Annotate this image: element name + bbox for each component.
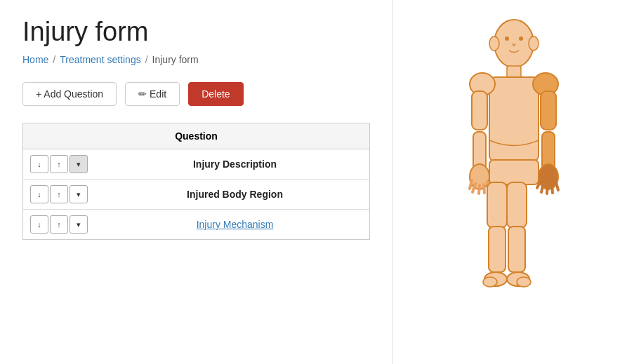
- table-row: ↓ ↑ ▾ Injury Description: [23, 149, 370, 180]
- question-name-0: Injury Description: [100, 149, 370, 180]
- breadcrumb-home[interactable]: Home: [22, 54, 48, 65]
- svg-point-0: [494, 20, 534, 67]
- body-figure: [437, 14, 591, 351]
- move-down-button-1[interactable]: ↓: [30, 185, 48, 203]
- svg-point-31: [517, 277, 531, 287]
- svg-line-22: [479, 185, 480, 194]
- chevron-button-0[interactable]: ▾: [70, 155, 88, 173]
- table-row: ↓ ↑ ▾ Injury Mechanism: [23, 210, 370, 240]
- page-title: Injury form: [22, 17, 370, 47]
- svg-rect-29: [489, 227, 506, 272]
- row-controls-0: ↓ ↑ ▾: [30, 155, 93, 173]
- right-panel: [393, 0, 634, 364]
- svg-rect-8: [541, 91, 556, 130]
- move-up-button-2[interactable]: ↑: [50, 215, 68, 234]
- left-panel: Injury form Home / Treatment settings / …: [0, 0, 393, 364]
- breadcrumb: Home / Treatment settings / Injury form: [22, 54, 370, 65]
- svg-line-15: [556, 182, 558, 190]
- svg-rect-27: [487, 182, 507, 228]
- svg-rect-17: [472, 91, 487, 130]
- breadcrumb-sep-2: /: [145, 54, 148, 65]
- svg-point-33: [483, 277, 497, 287]
- question-name-1: Injured Body Region: [100, 180, 370, 210]
- svg-rect-26: [507, 182, 527, 228]
- svg-rect-6: [489, 77, 539, 161]
- breadcrumb-sep-1: /: [53, 54, 55, 65]
- svg-line-23: [484, 184, 484, 193]
- add-question-button[interactable]: + Add Question: [22, 82, 117, 106]
- table-row: ↓ ↑ ▾ Injured Body Region: [23, 180, 370, 210]
- breadcrumb-treatment[interactable]: Treatment settings: [60, 54, 140, 65]
- question-table: Question ↓ ↑ ▾ Injury Description ↓ ↑ ▾ …: [22, 123, 370, 240]
- breadcrumb-current: Injury form: [152, 54, 199, 65]
- svg-point-4: [529, 36, 539, 50]
- edit-button[interactable]: ✏ Edit: [125, 82, 180, 106]
- question-name-2[interactable]: Injury Mechanism: [100, 210, 370, 240]
- chevron-button-2[interactable]: ▾: [70, 215, 88, 234]
- svg-rect-25: [489, 160, 539, 184]
- row-controls-1: ↓ ↑ ▾: [30, 185, 93, 203]
- svg-point-3: [489, 36, 499, 50]
- row-controls-2: ↓ ↑ ▾: [30, 215, 93, 234]
- table-header-question: Question: [23, 123, 370, 149]
- chevron-button-1[interactable]: ▾: [70, 185, 88, 203]
- move-down-button-0[interactable]: ↓: [30, 155, 48, 173]
- svg-line-14: [552, 184, 553, 193]
- svg-rect-28: [508, 227, 525, 272]
- move-down-button-2[interactable]: ↓: [30, 215, 48, 234]
- move-up-button-0[interactable]: ↑: [50, 155, 68, 173]
- move-up-button-1[interactable]: ↑: [50, 185, 68, 203]
- svg-line-13: [547, 185, 548, 194]
- svg-point-2: [519, 36, 523, 41]
- toolbar: + Add Question ✏ Edit Delete: [22, 82, 370, 106]
- svg-point-1: [505, 36, 509, 41]
- delete-button[interactable]: Delete: [188, 82, 243, 106]
